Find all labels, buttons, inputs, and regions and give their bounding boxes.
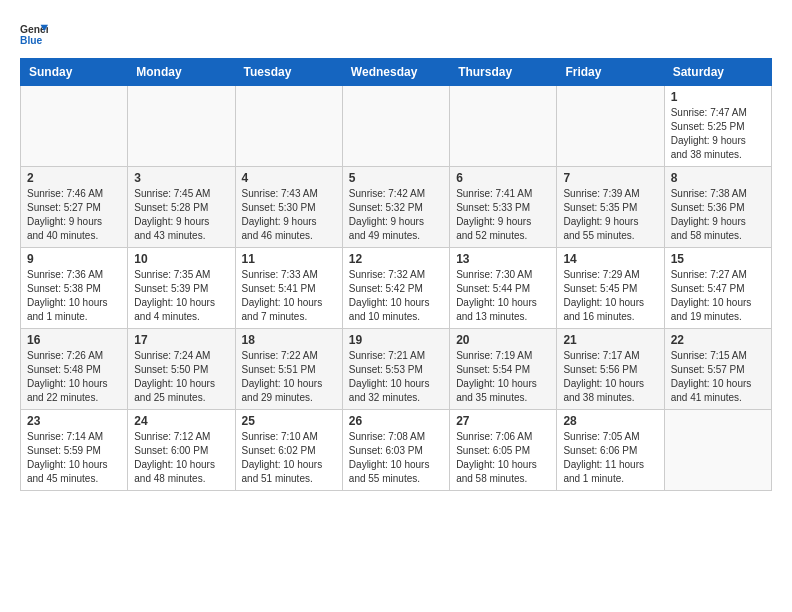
header: General Blue — [20, 20, 772, 48]
day-number: 8 — [671, 171, 765, 185]
weekday-header: Saturday — [664, 59, 771, 86]
day-number: 24 — [134, 414, 228, 428]
calendar-cell: 9Sunrise: 7:36 AM Sunset: 5:38 PM Daylig… — [21, 248, 128, 329]
day-number: 28 — [563, 414, 657, 428]
calendar-week-row: 1Sunrise: 7:47 AM Sunset: 5:25 PM Daylig… — [21, 86, 772, 167]
calendar-cell — [450, 86, 557, 167]
day-info: Sunrise: 7:14 AM Sunset: 5:59 PM Dayligh… — [27, 430, 121, 486]
day-number: 15 — [671, 252, 765, 266]
day-number: 5 — [349, 171, 443, 185]
day-number: 13 — [456, 252, 550, 266]
day-info: Sunrise: 7:10 AM Sunset: 6:02 PM Dayligh… — [242, 430, 336, 486]
day-info: Sunrise: 7:38 AM Sunset: 5:36 PM Dayligh… — [671, 187, 765, 243]
day-info: Sunrise: 7:39 AM Sunset: 5:35 PM Dayligh… — [563, 187, 657, 243]
logo: General Blue — [20, 20, 52, 48]
day-number: 9 — [27, 252, 121, 266]
weekday-header: Friday — [557, 59, 664, 86]
day-number: 21 — [563, 333, 657, 347]
weekday-header: Thursday — [450, 59, 557, 86]
calendar-cell: 3Sunrise: 7:45 AM Sunset: 5:28 PM Daylig… — [128, 167, 235, 248]
day-info: Sunrise: 7:43 AM Sunset: 5:30 PM Dayligh… — [242, 187, 336, 243]
calendar-cell: 12Sunrise: 7:32 AM Sunset: 5:42 PM Dayli… — [342, 248, 449, 329]
calendar-cell: 16Sunrise: 7:26 AM Sunset: 5:48 PM Dayli… — [21, 329, 128, 410]
day-info: Sunrise: 7:26 AM Sunset: 5:48 PM Dayligh… — [27, 349, 121, 405]
calendar-week-row: 16Sunrise: 7:26 AM Sunset: 5:48 PM Dayli… — [21, 329, 772, 410]
weekday-header: Monday — [128, 59, 235, 86]
day-number: 2 — [27, 171, 121, 185]
calendar-week-row: 9Sunrise: 7:36 AM Sunset: 5:38 PM Daylig… — [21, 248, 772, 329]
calendar-cell: 10Sunrise: 7:35 AM Sunset: 5:39 PM Dayli… — [128, 248, 235, 329]
day-number: 11 — [242, 252, 336, 266]
day-number: 23 — [27, 414, 121, 428]
day-info: Sunrise: 7:21 AM Sunset: 5:53 PM Dayligh… — [349, 349, 443, 405]
day-number: 1 — [671, 90, 765, 104]
day-info: Sunrise: 7:12 AM Sunset: 6:00 PM Dayligh… — [134, 430, 228, 486]
day-number: 27 — [456, 414, 550, 428]
calendar-cell: 7Sunrise: 7:39 AM Sunset: 5:35 PM Daylig… — [557, 167, 664, 248]
calendar-cell — [128, 86, 235, 167]
day-number: 20 — [456, 333, 550, 347]
day-number: 16 — [27, 333, 121, 347]
calendar-cell: 11Sunrise: 7:33 AM Sunset: 5:41 PM Dayli… — [235, 248, 342, 329]
day-number: 25 — [242, 414, 336, 428]
day-info: Sunrise: 7:24 AM Sunset: 5:50 PM Dayligh… — [134, 349, 228, 405]
calendar-cell: 5Sunrise: 7:42 AM Sunset: 5:32 PM Daylig… — [342, 167, 449, 248]
day-number: 18 — [242, 333, 336, 347]
calendar-cell — [342, 86, 449, 167]
calendar-cell: 23Sunrise: 7:14 AM Sunset: 5:59 PM Dayli… — [21, 410, 128, 491]
calendar-cell: 28Sunrise: 7:05 AM Sunset: 6:06 PM Dayli… — [557, 410, 664, 491]
day-info: Sunrise: 7:36 AM Sunset: 5:38 PM Dayligh… — [27, 268, 121, 324]
day-info: Sunrise: 7:15 AM Sunset: 5:57 PM Dayligh… — [671, 349, 765, 405]
day-number: 7 — [563, 171, 657, 185]
calendar-cell: 4Sunrise: 7:43 AM Sunset: 5:30 PM Daylig… — [235, 167, 342, 248]
day-info: Sunrise: 7:06 AM Sunset: 6:05 PM Dayligh… — [456, 430, 550, 486]
calendar-cell: 14Sunrise: 7:29 AM Sunset: 5:45 PM Dayli… — [557, 248, 664, 329]
calendar-cell: 24Sunrise: 7:12 AM Sunset: 6:00 PM Dayli… — [128, 410, 235, 491]
day-info: Sunrise: 7:08 AM Sunset: 6:03 PM Dayligh… — [349, 430, 443, 486]
day-info: Sunrise: 7:32 AM Sunset: 5:42 PM Dayligh… — [349, 268, 443, 324]
calendar-cell: 27Sunrise: 7:06 AM Sunset: 6:05 PM Dayli… — [450, 410, 557, 491]
day-info: Sunrise: 7:17 AM Sunset: 5:56 PM Dayligh… — [563, 349, 657, 405]
calendar-cell: 22Sunrise: 7:15 AM Sunset: 5:57 PM Dayli… — [664, 329, 771, 410]
calendar-cell: 20Sunrise: 7:19 AM Sunset: 5:54 PM Dayli… — [450, 329, 557, 410]
day-number: 6 — [456, 171, 550, 185]
calendar-week-row: 2Sunrise: 7:46 AM Sunset: 5:27 PM Daylig… — [21, 167, 772, 248]
day-info: Sunrise: 7:30 AM Sunset: 5:44 PM Dayligh… — [456, 268, 550, 324]
calendar-cell: 26Sunrise: 7:08 AM Sunset: 6:03 PM Dayli… — [342, 410, 449, 491]
day-info: Sunrise: 7:27 AM Sunset: 5:47 PM Dayligh… — [671, 268, 765, 324]
calendar-cell: 2Sunrise: 7:46 AM Sunset: 5:27 PM Daylig… — [21, 167, 128, 248]
day-info: Sunrise: 7:41 AM Sunset: 5:33 PM Dayligh… — [456, 187, 550, 243]
calendar-cell: 25Sunrise: 7:10 AM Sunset: 6:02 PM Dayli… — [235, 410, 342, 491]
weekday-header: Tuesday — [235, 59, 342, 86]
calendar-cell — [235, 86, 342, 167]
day-number: 10 — [134, 252, 228, 266]
calendar-cell — [664, 410, 771, 491]
calendar-cell: 8Sunrise: 7:38 AM Sunset: 5:36 PM Daylig… — [664, 167, 771, 248]
logo-icon: General Blue — [20, 20, 48, 48]
weekday-header: Wednesday — [342, 59, 449, 86]
day-number: 14 — [563, 252, 657, 266]
day-info: Sunrise: 7:46 AM Sunset: 5:27 PM Dayligh… — [27, 187, 121, 243]
calendar-cell — [21, 86, 128, 167]
svg-text:Blue: Blue — [20, 35, 43, 46]
weekday-header-row: SundayMondayTuesdayWednesdayThursdayFrid… — [21, 59, 772, 86]
day-info: Sunrise: 7:33 AM Sunset: 5:41 PM Dayligh… — [242, 268, 336, 324]
calendar-cell — [557, 86, 664, 167]
day-info: Sunrise: 7:47 AM Sunset: 5:25 PM Dayligh… — [671, 106, 765, 162]
calendar-cell: 1Sunrise: 7:47 AM Sunset: 5:25 PM Daylig… — [664, 86, 771, 167]
calendar-cell: 6Sunrise: 7:41 AM Sunset: 5:33 PM Daylig… — [450, 167, 557, 248]
day-number: 22 — [671, 333, 765, 347]
day-info: Sunrise: 7:29 AM Sunset: 5:45 PM Dayligh… — [563, 268, 657, 324]
calendar-table: SundayMondayTuesdayWednesdayThursdayFrid… — [20, 58, 772, 491]
day-number: 12 — [349, 252, 443, 266]
calendar-cell: 17Sunrise: 7:24 AM Sunset: 5:50 PM Dayli… — [128, 329, 235, 410]
day-info: Sunrise: 7:45 AM Sunset: 5:28 PM Dayligh… — [134, 187, 228, 243]
calendar-cell: 21Sunrise: 7:17 AM Sunset: 5:56 PM Dayli… — [557, 329, 664, 410]
calendar-week-row: 23Sunrise: 7:14 AM Sunset: 5:59 PM Dayli… — [21, 410, 772, 491]
day-info: Sunrise: 7:22 AM Sunset: 5:51 PM Dayligh… — [242, 349, 336, 405]
calendar-cell: 19Sunrise: 7:21 AM Sunset: 5:53 PM Dayli… — [342, 329, 449, 410]
day-number: 17 — [134, 333, 228, 347]
weekday-header: Sunday — [21, 59, 128, 86]
day-number: 19 — [349, 333, 443, 347]
day-number: 26 — [349, 414, 443, 428]
